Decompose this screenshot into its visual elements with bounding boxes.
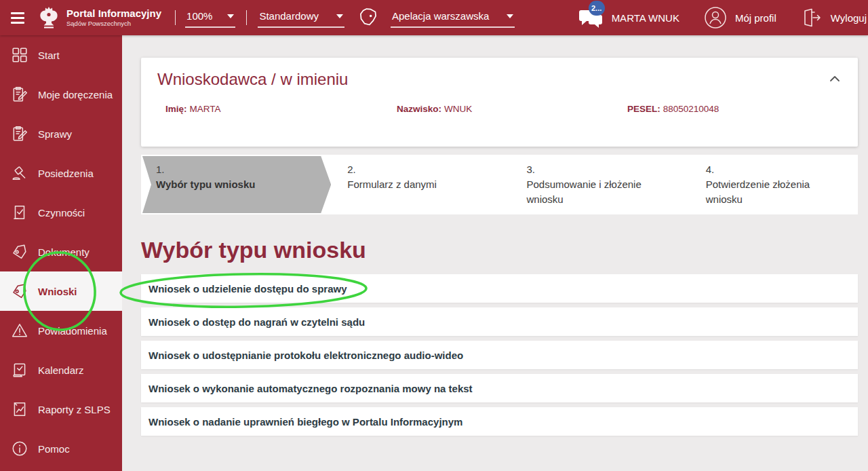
info-circle-icon (11, 440, 28, 457)
field-value: MARTA (190, 104, 221, 114)
field-nazwisko: Nazwisko:WNUK (397, 104, 627, 114)
contrast-select[interactable]: Standardowy (258, 7, 344, 28)
user-name[interactable]: MARTA WNUK (612, 12, 679, 24)
person-circle-icon (704, 6, 727, 29)
option-wniosek-protokol-audio-wideo[interactable]: Wniosek o udostępnianie protokołu elektr… (141, 341, 858, 369)
step-4-potwierdzenie: 4. Potwierdzenie złożenia wniosku (679, 155, 858, 214)
profile-button[interactable]: Mój profil (704, 6, 776, 29)
applicant-fields: Imię:MARTA Nazwisko:WNUK PESEL:880502100… (157, 104, 842, 114)
tag-icon (11, 243, 28, 261)
region-select[interactable]: Apelacja warszawska (391, 7, 515, 28)
sidebar-item-label: Dokumenty (38, 246, 90, 258)
wizard-steps: 1. Wybór typu wniosku 2. Formularz z dan… (141, 155, 858, 214)
report-chart-icon (11, 400, 28, 418)
step-label: Wybór typu wniosku (156, 177, 320, 192)
option-wniosek-nagrania-czytelnia[interactable]: Wniosek o dostęp do nagrań w czytelni są… (141, 307, 858, 336)
sidebar-nav: Start Moje doręczenia Sprawy Posiedzenia… (0, 35, 122, 471)
header-divider (175, 10, 176, 25)
collapse-chevron-up-icon[interactable] (829, 75, 840, 82)
top-header: Portal Informacyjny Sądów Powszechnych 1… (0, 0, 868, 35)
document-check-icon (11, 204, 28, 221)
sidebar-item-posiedzenia[interactable]: Posiedzenia (0, 153, 122, 193)
step-label: Podsumowanie i złożenie wniosku (527, 177, 658, 207)
sidebar-item-wnioski[interactable]: Wnioski (0, 271, 122, 311)
field-imie: Imię:MARTA (165, 104, 397, 114)
eagle-emblem-icon (38, 5, 60, 30)
step-label: Potwierdzenie złożenia wniosku (706, 177, 837, 207)
sidebar-item-czynnosci[interactable]: Czynności (0, 193, 122, 232)
calendar-check-icon (11, 361, 28, 379)
sidebar-item-dokumenty[interactable]: Dokumenty (0, 232, 122, 271)
sidebar-item-label: Start (38, 50, 60, 61)
field-pesel: PESEL:88050210048 (627, 104, 842, 114)
brand-title: Portal Informacyjny (66, 8, 161, 20)
sidebar-item-label: Kalendarz (38, 364, 84, 376)
sidebar-item-label: Raporty z SLPS (38, 404, 111, 415)
clipboard-pen-icon (11, 86, 28, 103)
zoom-select[interactable]: 100% (185, 7, 235, 28)
messages-button[interactable]: 2... (578, 6, 604, 29)
tag-icon (11, 282, 28, 300)
step-number: 1. (156, 162, 320, 177)
header-divider (246, 10, 247, 25)
warning-triangle-icon (11, 322, 28, 339)
applicant-card: Wnioskodawca / w imieniu Imię:MARTA Nazw… (141, 58, 858, 147)
sidebar-item-label: Moje doręczenia (38, 89, 113, 100)
clipboard-pen-icon (11, 125, 28, 143)
sidebar-item-label: Posiedzenia (38, 168, 94, 179)
brand-logo[interactable]: Portal Informacyjny Sądów Powszechnych (38, 5, 161, 30)
sidebar-item-pomoc[interactable]: Pomoc (0, 429, 122, 468)
gavel-icon (11, 164, 28, 182)
profile-label: Mój profil (735, 12, 776, 24)
logout-button[interactable]: Wyloguj (801, 7, 867, 29)
contrast-value: Standardowy (259, 10, 319, 22)
field-value: WNUK (444, 104, 472, 114)
hamburger-menu-icon[interactable] (11, 12, 24, 24)
request-type-list: Wniosek o udzielenie dostępu do sprawy W… (141, 274, 858, 436)
field-label: Imię: (165, 104, 187, 114)
logout-door-icon (801, 7, 823, 29)
field-value: 88050210048 (663, 104, 719, 114)
step-1-wybor-typu-wniosku: 1. Wybór typu wniosku (141, 155, 320, 214)
sidebar-item-label: Sprawy (38, 128, 72, 140)
poland-map-icon (358, 7, 378, 29)
page-title: Wybór typu wniosku (141, 236, 858, 263)
step-number: 4. (706, 162, 837, 177)
sidebar-item-label: Wnioski (38, 286, 77, 297)
logout-label: Wyloguj (831, 12, 867, 24)
applicant-card-title: Wnioskodawca / w imieniu (157, 70, 842, 89)
sidebar-item-label: Powiadomienia (38, 325, 107, 337)
sidebar-item-moje-doreczenia[interactable]: Moje doręczenia (0, 75, 122, 114)
region-value: Apelacja warszawska (392, 10, 489, 22)
field-label: PESEL: (627, 104, 660, 114)
zoom-value: 100% (186, 10, 212, 22)
step-number: 3. (527, 162, 658, 177)
option-wniosek-uprawnienia-bieglego[interactable]: Wniosek o nadanie uprawnień biegłego w P… (141, 407, 858, 436)
step-2-formularz-z-danymi: 2. Formularz z danymi (320, 155, 499, 214)
sidebar-item-kalendarz[interactable]: Kalendarz (0, 350, 122, 390)
step-label: Formularz z danymi (347, 177, 479, 192)
sidebar-item-sprawy[interactable]: Sprawy (0, 114, 122, 153)
sidebar-item-powiadomienia[interactable]: Powiadomienia (0, 311, 122, 350)
sidebar-item-label: Czynności (38, 207, 85, 219)
step-3-podsumowanie: 3. Podsumowanie i złożenie wniosku (500, 155, 679, 214)
main-content: Wnioskodawca / w imieniu Imię:MARTA Nazw… (122, 35, 868, 471)
grid-icon (11, 46, 28, 64)
option-wniosek-dostep-do-sprawy[interactable]: Wniosek o udzielenie dostępu do sprawy (141, 274, 858, 303)
step-number: 2. (347, 162, 479, 177)
chevron-down-icon (507, 14, 513, 18)
sidebar-item-raporty-z-slps[interactable]: Raporty z SLPS (0, 390, 122, 429)
option-wniosek-rozpoznanie-mowy[interactable]: Wniosek o wykonanie automatycznego rozpo… (141, 374, 858, 402)
chevron-down-icon (227, 14, 234, 18)
brand-subtitle: Sądów Powszechnych (66, 20, 161, 27)
sidebar-item-start[interactable]: Start (0, 35, 122, 75)
sidebar-item-label: Pomoc (38, 443, 70, 455)
field-label: Nazwisko: (397, 104, 441, 114)
messages-count-badge: 2... (589, 1, 605, 16)
chevron-down-icon (336, 14, 343, 18)
